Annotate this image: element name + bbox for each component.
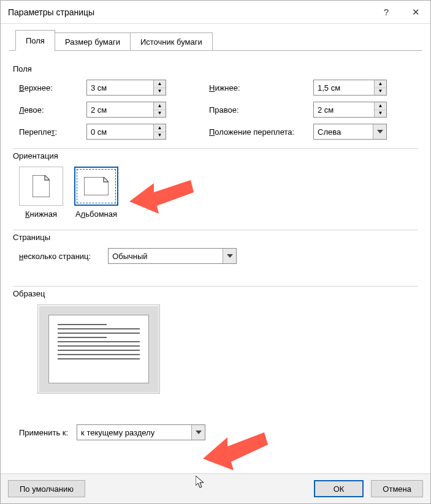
page-setup-dialog: Параметры страницы ? ✕ Поля Размер бумаг… bbox=[0, 0, 431, 504]
dropdown-multiple-pages-value: Обычный bbox=[109, 249, 223, 263]
apply-row: Применить к: к текущему разделу bbox=[19, 424, 418, 440]
spin-bottom-up[interactable]: ▲ bbox=[375, 80, 386, 88]
chevron-down-icon[interactable] bbox=[223, 249, 236, 263]
tab-margins[interactable]: Поля bbox=[15, 30, 55, 51]
orientation-row: Книжная Альбомная bbox=[19, 167, 418, 219]
window-title: Параметры страницы bbox=[8, 7, 372, 17]
tab-strip: Поля Размер бумаги Источник бумаги bbox=[9, 30, 422, 51]
help-button[interactable]: ? bbox=[372, 1, 401, 24]
client-area: Поля Размер бумаги Источник бумаги Поля … bbox=[1, 24, 430, 473]
label-gutter-pos: Положение переплета: bbox=[209, 127, 313, 137]
dropdown-gutter-pos[interactable]: Слева bbox=[313, 124, 387, 140]
spin-top[interactable]: 3 см ▲ ▼ bbox=[86, 80, 166, 96]
preview-group-label: Образец bbox=[13, 289, 418, 298]
preview-page bbox=[48, 315, 149, 383]
spin-top-value[interactable]: 3 см bbox=[87, 80, 153, 95]
spin-right-up[interactable]: ▲ bbox=[375, 102, 386, 110]
dropdown-gutter-pos-value: Слева bbox=[314, 124, 373, 139]
spin-gutter-down[interactable]: ▼ bbox=[154, 132, 166, 140]
spin-bottom-value[interactable]: 1,5 см bbox=[314, 80, 374, 95]
chevron-down-icon[interactable] bbox=[191, 425, 205, 440]
svg-marker-0 bbox=[32, 175, 50, 197]
default-button[interactable]: По умолчанию bbox=[8, 480, 85, 497]
chevron-down-icon[interactable] bbox=[373, 124, 386, 139]
dropdown-apply-to-value: к текущему разделу bbox=[77, 425, 191, 440]
orientation-landscape[interactable]: Альбомная bbox=[74, 167, 118, 219]
spin-right-down[interactable]: ▼ bbox=[375, 110, 386, 118]
label-left: Левое: bbox=[19, 105, 86, 115]
spin-right-value[interactable]: 2 см bbox=[314, 102, 374, 117]
spin-top-up[interactable]: ▲ bbox=[154, 80, 166, 88]
titlebar: Параметры страницы ? ✕ bbox=[1, 1, 430, 24]
preview-box bbox=[37, 304, 160, 394]
tab-paper[interactable]: Размер бумаги bbox=[55, 32, 131, 51]
label-top: Верхнее: bbox=[19, 83, 86, 92]
spin-gutter-value[interactable]: 0 см bbox=[87, 124, 153, 139]
svg-marker-1 bbox=[84, 177, 109, 195]
portrait-icon bbox=[19, 167, 63, 206]
dropdown-apply-to[interactable]: к текущему разделу bbox=[77, 424, 205, 440]
dialog-footer: По умолчанию ОК Отмена bbox=[1, 473, 430, 503]
dropdown-multiple-pages[interactable]: Обычный bbox=[108, 248, 237, 264]
pages-row: несколько страниц: Обычный bbox=[19, 248, 418, 264]
spin-left-up[interactable]: ▲ bbox=[154, 102, 166, 110]
orientation-landscape-label: Альбомная bbox=[75, 209, 117, 219]
orientation-portrait[interactable]: Книжная bbox=[19, 167, 63, 219]
spin-left-down[interactable]: ▼ bbox=[154, 110, 166, 118]
ok-button[interactable]: ОК bbox=[314, 480, 364, 497]
label-right: Правое: bbox=[209, 105, 313, 115]
spin-left[interactable]: 2 см ▲ ▼ bbox=[86, 102, 166, 118]
tab-source[interactable]: Источник бумаги bbox=[130, 32, 213, 51]
landscape-icon bbox=[74, 167, 118, 206]
spin-bottom[interactable]: 1,5 см ▲ ▼ bbox=[313, 80, 387, 96]
orientation-portrait-label: Книжная bbox=[25, 209, 57, 219]
label-multiple-pages: несколько страниц: bbox=[19, 252, 91, 261]
spin-gutter[interactable]: 0 см ▲ ▼ bbox=[86, 124, 166, 140]
tab-panel-margins: Поля Верхнее: 3 см ▲ ▼ Нижнее: 1,5 см ▲ bbox=[9, 51, 422, 466]
spin-top-down[interactable]: ▼ bbox=[154, 88, 166, 96]
pages-group-label: Страницы bbox=[13, 233, 418, 242]
label-apply-to: Применить к: bbox=[19, 428, 68, 437]
cancel-button[interactable]: Отмена bbox=[371, 480, 423, 497]
margins-group-label: Поля bbox=[13, 64, 418, 73]
spin-gutter-up[interactable]: ▲ bbox=[154, 124, 166, 132]
label-gutter: Переплет: bbox=[19, 127, 86, 137]
spin-right[interactable]: 2 см ▲ ▼ bbox=[313, 102, 387, 118]
margins-grid: Верхнее: 3 см ▲ ▼ Нижнее: 1,5 см ▲ ▼ bbox=[19, 80, 418, 140]
label-bottom: Нижнее: bbox=[209, 83, 313, 92]
close-button[interactable]: ✕ bbox=[401, 1, 430, 24]
spin-bottom-down[interactable]: ▼ bbox=[375, 88, 386, 96]
spin-left-value[interactable]: 2 см bbox=[87, 102, 153, 117]
orientation-group-label: Ориентация bbox=[13, 151, 418, 160]
